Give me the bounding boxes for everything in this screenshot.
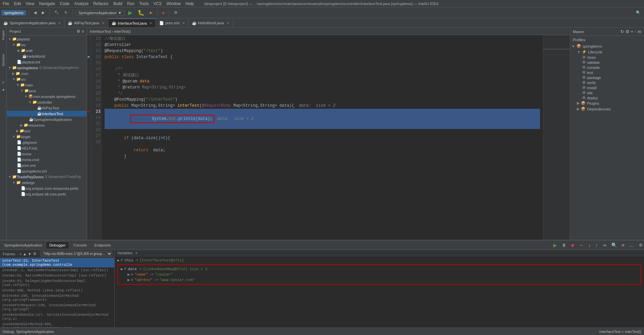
tree-item-src2[interactable]: ▼ 📁 src <box>7 76 87 82</box>
frames-up-btn[interactable]: ▲ <box>23 252 27 256</box>
tree-arrow-controller[interactable]: ▼ <box>28 100 32 104</box>
tree-item-resources[interactable]: ▶ 📁 resources <box>7 122 87 128</box>
maven-expand-springdemo[interactable]: ▼ <box>571 44 575 48</box>
menu-item-navigate[interactable]: Navigate <box>39 1 55 6</box>
maven-plugins[interactable]: ▶ 📦 Plugins <box>570 100 644 106</box>
tab-close-3[interactable]: ✕ <box>149 21 152 25</box>
tree-item-mvn[interactable]: ▶ 📁 .mvn <box>7 71 87 76</box>
frames-filter-btn[interactable]: ⚙ <box>33 252 36 256</box>
menu-item-file[interactable]: File <box>3 1 9 6</box>
sidebar-collapse-btn[interactable]: ≡ <box>82 29 84 34</box>
name-expand-icon[interactable]: ▶ <box>128 273 130 277</box>
maven-refresh-btn[interactable]: ↻ <box>620 29 624 34</box>
tab-close-5[interactable]: ✕ <box>227 21 229 25</box>
debug-button[interactable]: 🐛 <box>136 9 146 17</box>
debug-step-over-btn[interactable]: → <box>577 242 585 249</box>
menu-item-refactor[interactable]: Refactor <box>93 1 109 6</box>
tab-interfacetest[interactable]: ☕ InterfaceTest.java ✕ <box>108 19 156 27</box>
tree-item-springdemo-iml[interactable]: 📄 springdemo.iml <box>7 168 87 174</box>
tree-arrow-package[interactable]: ▼ <box>24 95 28 98</box>
tree-item-gitignore[interactable]: 📄 .gitignore <box>7 139 87 145</box>
maven-plus-btn[interactable]: + <box>631 29 634 34</box>
tree-arrow-test[interactable]: ▶ <box>16 129 19 133</box>
tree-arrow-src2[interactable]: ▼ <box>12 77 16 81</box>
menu-item-run[interactable]: Run <box>127 1 135 6</box>
tree-item-java-folder[interactable]: ▼ 📁 java <box>7 88 87 94</box>
tree-item-eclipse-idt[interactable]: 📄 org.eclipse.idt.core.prefs <box>7 191 87 197</box>
tree-item-mvnwcmd[interactable]: 📄 mvnw.cmd <box>7 157 87 162</box>
menu-item-build[interactable]: Build <box>113 1 122 6</box>
tree-item-package[interactable]: ▼ 📦 com.example.springdemo <box>7 94 87 99</box>
tree-item-test[interactable]: ▶ 📁 test <box>7 128 87 134</box>
coverage-button[interactable]: ▶ <box>148 10 155 16</box>
tree-item-controller[interactable]: ▼ 📁 controller <box>7 99 87 105</box>
debug-frames-btn[interactable]: ≡ <box>620 242 626 249</box>
frame-item-5[interactable]: doInvoke:205, InvocableHandlerMethod (or… <box>0 293 114 303</box>
maven-minus-btn[interactable]: - <box>635 29 636 34</box>
maven-settings-btn[interactable]: ⚙ <box>625 29 629 34</box>
maven-expand-dependencies[interactable]: ▶ <box>577 107 580 111</box>
tab-close-2[interactable]: ✕ <box>102 21 105 25</box>
tab-close-4[interactable]: ✕ <box>182 21 185 25</box>
tab-close-1[interactable]: ✕ <box>58 21 61 25</box>
frames-add-btn[interactable]: + <box>19 252 21 256</box>
debug-tab-console[interactable]: Console <box>70 242 90 249</box>
tree-arrow-java-folder[interactable]: ▼ <box>20 89 24 93</box>
tree-item-target[interactable]: ▼ 📁 target <box>7 134 87 139</box>
debug-more-btn[interactable]: … <box>627 242 636 249</box>
tree-item-eclipse-resources[interactable]: 📄 org.eclipse.core.resources.prefs <box>7 185 87 191</box>
tree-arrow-main[interactable]: ▼ <box>16 83 20 87</box>
thread-dropdown[interactable]: *http-nio-8080-exec-1*@5,305 in group... <box>40 251 112 257</box>
tree-item-helpmd[interactable]: 📄 HELP.md <box>7 145 87 151</box>
tree-item-alipaytest[interactable]: ☕ AliPayTest <box>7 105 87 111</box>
debug-stop-btn[interactable]: ■ <box>569 242 576 249</box>
tree-arrow-src1[interactable]: ▼ <box>12 43 16 47</box>
stop-button[interactable]: ■ <box>160 10 167 16</box>
debug-tab-debugger[interactable]: Debugger <box>46 241 69 249</box>
frame-item-3[interactable]: invoke:43, DelegatingMethodAccessorImpl … <box>0 278 114 288</box>
maven-phase-verify[interactable]: ⚙ verify <box>570 80 644 85</box>
frames-down-btn[interactable]: ▼ <box>28 252 32 256</box>
tree-arrow-tradepaydemo[interactable]: ▼ <box>8 175 11 179</box>
maven-expand-lifecycle[interactable]: ▼ <box>577 50 581 54</box>
maven-phase-validate[interactable]: ⚙ validate <box>570 60 644 65</box>
tree-item-helloworld-play[interactable]: ☕ HelloWorld <box>7 53 87 59</box>
frame-item-4[interactable]: invoke:498, Method (java.lang.reflect) <box>0 288 114 293</box>
maven-lifecycle[interactable]: ▼ ⚡ Lifecycle <box>570 49 644 55</box>
frame-item-0[interactable]: interTest:23, InterfaceTest (com.example… <box>0 258 114 267</box>
maven-expand-plugins[interactable]: ▶ <box>577 101 580 105</box>
adress-expand-icon[interactable]: ▶ <box>128 278 130 282</box>
forward-button[interactable]: ▶ <box>40 10 47 16</box>
debug-resume-btn[interactable]: ▶ <box>552 242 559 249</box>
tab-alipaytest[interactable]: ☕ AliPayTest.java ✕ <box>64 19 108 27</box>
search-everywhere-button[interactable]: 🔍 <box>634 10 643 16</box>
frame-item-6[interactable]: invokeForRequest:150, InvocableHandlerMe… <box>0 303 114 312</box>
sidebar-settings-btn[interactable]: ⚙ <box>77 29 80 34</box>
back-button[interactable]: ◀ <box>32 10 38 16</box>
tree-arrow-target[interactable]: ▼ <box>12 135 16 138</box>
frame-item-8[interactable]: invokeHandlerMethod:895, RequestMappingH… <box>0 321 114 328</box>
frame-item-1[interactable]: invoke0:-1, NativeMethodAccessorImpl (su… <box>0 267 114 273</box>
project-panel-icon[interactable]: Project <box>2 30 5 40</box>
tab-pom[interactable]: 📄 pom.xml ✕ <box>156 19 189 27</box>
maven-dependencies[interactable]: ▶ 📦 Dependencies <box>570 106 644 112</box>
debug-run-to-cursor-btn[interactable]: ⇒ <box>601 242 608 249</box>
tree-item-playtest-iml[interactable]: 📄 playtest.iml <box>7 59 87 65</box>
tree-item-main[interactable]: ▼ 📁 main <box>7 82 87 88</box>
build-button[interactable]: 🔨 <box>52 10 61 16</box>
menu-item-edit[interactable]: Edit <box>14 1 21 6</box>
debug-pause-btn[interactable]: ⏸ <box>560 242 568 249</box>
frame-item-2[interactable]: invoke:62, NativeMethodAccessorImpl (sun… <box>0 273 114 278</box>
run-configuration[interactable]: SpringdemoApplication ▼ <box>75 10 124 16</box>
debug-evaluate-btn[interactable]: 🔍 <box>610 242 619 249</box>
maven-phase-package[interactable]: ⚙ package <box>570 75 644 80</box>
frame-item-7[interactable]: invokeAndHandle:117, ServletInvocableHan… <box>0 312 114 321</box>
menu-item-vcs[interactable]: VCS <box>153 1 162 6</box>
maven-phase-test[interactable]: ⚙ test <box>570 70 644 75</box>
maven-phase-site[interactable]: ⚙ site <box>570 90 644 95</box>
tree-item-springdemo[interactable]: ▼ 📁 springdemo E:\ideaproject\springdemo <box>7 65 87 71</box>
this-expand-icon[interactable]: ▶ <box>117 258 119 262</box>
tree-item-until[interactable]: ▶ 📁 until <box>7 48 87 53</box>
favorites-icon[interactable]: ★ <box>2 88 5 92</box>
tree-arrow-settings[interactable]: ▼ <box>12 181 16 184</box>
